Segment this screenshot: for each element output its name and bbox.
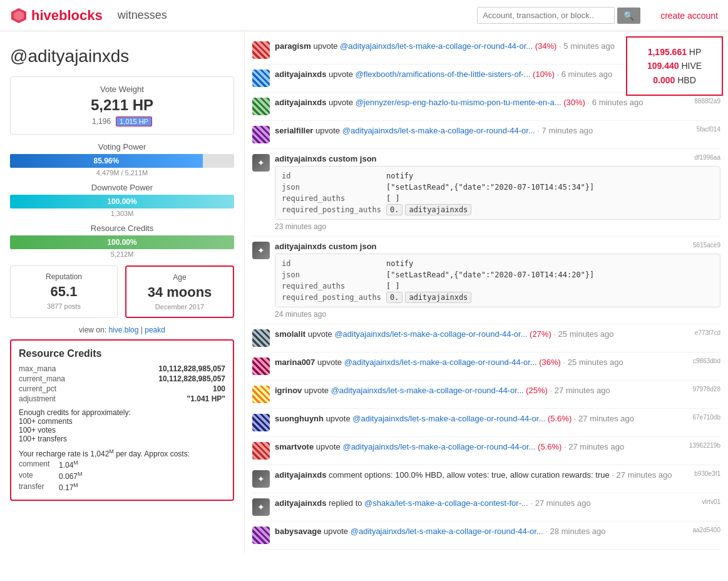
activity-target-link[interactable]: @adityajainxds/let-s-make-a-collage-or-r… [342,126,535,135]
rc-current-mana-key: current_mana [19,374,65,383]
activity-target-link[interactable]: @adityajainxds/let-s-make-a-collage-or-r… [340,41,533,51]
rc-votes: 100+ votes [19,426,56,434]
activity-item: 5615ace9✦adityajainxds custom jsonidnoti… [252,237,720,324]
activity-target-link[interactable]: @shaka/let-s-make-a-collage-a-contest-fo… [364,498,528,508]
activity-list: 10d66820paragism upvote @adityajainxds/l… [252,36,720,550]
activity-item: 8888f2a9adityajainxds upvote @jennyzer/e… [252,93,720,121]
rc-comments: 100+ comments [19,417,73,426]
rc-progress-sub: 5,212M [10,250,234,258]
activity-dot: · [553,329,556,339]
rc-max-mana-key: max_mana [19,364,56,373]
view-peakd-link[interactable]: peakd [145,326,165,334]
search-input[interactable] [477,7,615,24]
activity-dot: · [545,527,548,536]
activity-dot: · [530,498,533,508]
activity-item: 97978d28igrinov upvote @adityajainxds/le… [252,381,720,409]
activity-item: e773f7cdsmolalit upvote @adityajainxds/l… [252,324,720,352]
activity-time: 24 minutes ago [275,310,720,319]
vote-weight-value: 5,211 HP [18,96,226,114]
rc-recharge-text: Your recharge rate is 1,042M per day. Ap… [19,448,225,458]
activity-time: 7 minutes ago [542,126,593,135]
activity-dot: · [612,470,614,480]
hive-amount: 109.440 [647,61,679,71]
activity-dot: · [556,69,559,79]
rc-comment-cost: comment 1.04M [19,460,225,470]
vote-weight-label: Vote Weight [18,85,226,94]
action-text: upvote [308,329,332,339]
activity-item: 67e710dbsuonghuynh upvote @adityajainxds… [252,409,720,437]
header: hiveblocks witnesses 🔍 create account [0,0,728,31]
custom-json-header: adityajainxds custom json [275,242,720,251]
activity-content: igrinov upvote @adityajainxds/let-s-make… [275,386,720,395]
activity-dot: · [550,386,553,395]
hp-decimal: .661 [670,47,687,57]
activity-target-link[interactable]: @adityajainxds/let-s-make-a-collage-or-r… [352,414,545,423]
activity-dot: · [537,126,540,135]
voting-power-pct: 85.96% [94,157,120,165]
activity-target-link[interactable]: @adityajainxds/let-s-make-a-collage-or-r… [334,329,527,339]
custom-json-content: adityajainxds custom jsonidnotifyjson["s… [275,154,720,231]
activity-target-link[interactable]: @adityajainxds/let-s-make-a-collage-or-r… [351,527,543,536]
activity-item: 13962219bsmartvote upvote @adityajainxds… [252,437,720,465]
action-text: upvote [313,41,337,51]
hp-balance: 1,195.661 HP [637,45,712,59]
activity-time: 23 minutes ago [275,222,720,231]
activity-item: b930e3f1✦adityajainxds comment options: … [252,465,720,493]
activity-pct: (27%) [530,329,551,339]
view-hive-blog-link[interactable]: hive.blog [108,326,138,334]
reputation-posts: 3877 posts [17,302,111,310]
activity-content: suonghuynh upvote @adityajainxds/let-s-m… [275,414,720,423]
activity-target-link[interactable]: @flexbooth/ramifications-of-the-little-s… [356,69,531,79]
downvote-power-pct: 100.00% [107,197,136,206]
activity-target-link[interactable]: @jennyzer/esp-eng-hazlo-tu-mismo-pon-tu-… [356,98,561,107]
activity-dot: · [588,98,590,107]
activity-content: adityajainxds upvote @jennyzer/esp-eng-h… [275,98,720,107]
hbd-balance: 0.000 HBD [637,73,712,87]
activity-target-link[interactable]: @adityajainxds/let-s-make-a-collage-or-r… [344,357,537,367]
actor-name: smartvote [275,442,314,451]
search-area: 🔍 [477,7,640,24]
rc-progress-label: Resource Credits [10,224,234,233]
rc-current-pct-val: 100 [213,384,225,393]
vote-weight-sub: 1,196 1,015 HP [18,116,226,126]
activity-avatar [252,69,270,87]
activity-avatar [252,442,270,460]
create-account-link[interactable]: create account [660,11,718,21]
activity-time: 6 minutes ago [592,98,643,107]
reputation-box: Reputation 65.1 3877 posts [10,265,118,318]
balance-box: 1,195.661 HP 109.440 HIVE 0.000 HBD [626,36,723,96]
activity-target-link[interactable]: @adityajainxds/let-s-make-a-collage-or-r… [331,386,524,395]
vote-weight-sub1: 1,196 [92,117,111,126]
activity-avatar [252,527,270,544]
activity-time: 27 minutes ago [578,414,634,423]
left-column: @adityajainxds Vote Weight 5,211 HP 1,19… [0,31,244,555]
actor-name: suonghuynh [275,414,324,423]
resource-credits-card: Resource Credits max_mana 10,112,828,985… [10,339,234,501]
right-column: 10d66820paragism upvote @adityajainxds/l… [244,31,728,555]
view-on-label: view on: [79,326,106,334]
voting-power-bar-fill: 85.96% [10,154,203,168]
search-button[interactable]: 🔍 [617,8,640,24]
hp-amount: 1,195 [648,47,670,57]
action-text: upvote [316,442,341,451]
reputation-label: Reputation [17,272,111,281]
action-text: upvote [317,357,342,367]
activity-content: adityajainxds comment options: 100.0% HB… [275,470,720,480]
age-value: 34 moons [133,284,227,301]
vote-weight-sub2: 1,015 HP [116,116,152,126]
rc-current-mana-row: current_mana 10,112,828,985,057 [19,374,225,383]
rc-enough-text: Enough credits for approximately: 100+ c… [19,408,225,443]
tx-id: e773f7cd [695,329,720,336]
activity-pct: (25%) [526,386,548,395]
view-on-section: view on: hive.blog | peakd [10,326,234,334]
voting-power-label: Voting Power [10,142,234,152]
witnesses-nav-link[interactable]: witnesses [118,9,167,22]
activity-target-link[interactable]: @adityajainxds/let-s-make-a-collage-or-r… [342,442,535,451]
age-month: December 2017 [133,303,227,311]
site-logo-text[interactable]: hiveblocks [31,8,103,24]
action-text: upvote [329,69,353,79]
activity-dot: · [559,41,561,51]
activity-pct: (5.6%) [538,442,561,451]
activity-dot: · [563,357,566,367]
tx-id: c9863dbd [693,357,720,364]
